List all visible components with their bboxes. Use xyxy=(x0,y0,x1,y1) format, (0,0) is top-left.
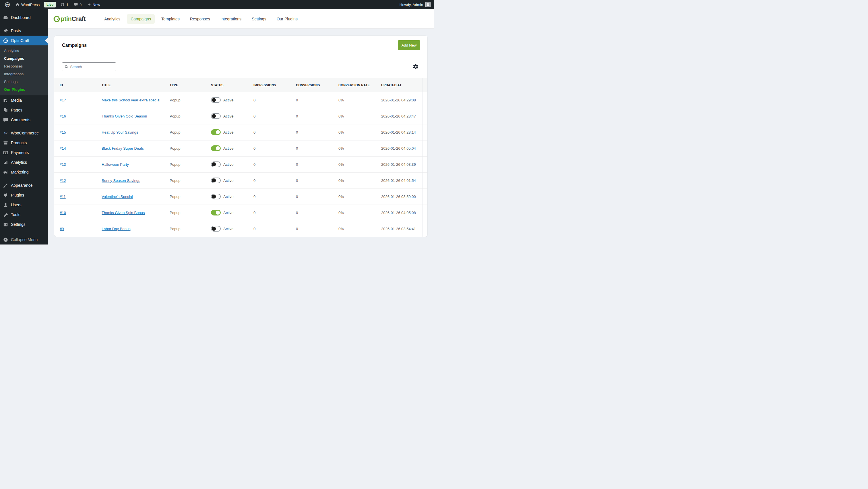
add-new-button[interactable]: Add New xyxy=(398,40,420,50)
sidebar-item-label: Pages xyxy=(11,108,22,112)
status-toggle[interactable] xyxy=(211,177,221,183)
sidebar-item-tools[interactable]: Tools xyxy=(0,210,48,220)
sidebar-item-marketing[interactable]: Marketing xyxy=(0,167,48,177)
appearance-icon xyxy=(3,183,8,188)
campaign-title-link[interactable]: Valentine's Special xyxy=(102,195,133,199)
tab-responses[interactable]: Responses xyxy=(186,14,214,24)
tab-settings[interactable]: Settings xyxy=(248,14,270,24)
sidebar-subitem-analytics[interactable]: Analytics xyxy=(0,47,48,55)
sidebar-item-label: Plugins xyxy=(11,193,24,197)
sidebar-item-label: Settings xyxy=(11,222,26,227)
avatar-person-icon xyxy=(426,2,430,7)
table-row: #14Black Friday Super DealsPopupActive00… xyxy=(54,140,427,156)
sidebar-subitem-campaigns[interactable]: Campaigns xyxy=(0,55,48,62)
sidebar-item-settings[interactable]: Settings xyxy=(0,220,48,229)
sidebar-item-optincraft[interactable]: OptinCraft xyxy=(0,36,48,46)
status-toggle[interactable] xyxy=(211,194,221,199)
sidebar-item-posts[interactable]: Posts xyxy=(0,26,48,36)
svg-text:$: $ xyxy=(5,151,6,154)
updates-menu[interactable]: 1 xyxy=(58,0,71,9)
optincraft-logo: ptinCraft xyxy=(53,15,86,23)
status-cell: Active xyxy=(211,97,252,103)
admin-sidebar: DashboardPostsOptinCraftAnalyticsCampaig… xyxy=(0,9,48,244)
search-input[interactable] xyxy=(70,65,113,69)
sidebar-item-plugins[interactable]: Plugins xyxy=(0,190,48,200)
campaign-id-link[interactable]: #16 xyxy=(60,114,66,118)
impressions-value: 0 xyxy=(253,140,296,156)
campaign-id-link[interactable]: #11 xyxy=(60,195,66,199)
status-toggle[interactable] xyxy=(211,129,221,135)
table-row: #10Thanks Given Spin BonusPopupActive000… xyxy=(54,205,427,221)
column-header-impressions: IMPRESSIONS xyxy=(253,78,296,92)
search-icon xyxy=(65,65,68,69)
updated-at-value: 2026-01-26 04:03:39 xyxy=(381,156,423,172)
dashboard-icon xyxy=(3,15,8,20)
campaign-title-link[interactable]: Black Friday Super Deals xyxy=(102,146,144,150)
campaign-title-link[interactable]: Heat Up Your Savings xyxy=(102,130,138,135)
campaign-id-link[interactable]: #15 xyxy=(60,130,66,135)
sidebar-item-analytics[interactable]: Analytics xyxy=(0,157,48,167)
my-account-menu[interactable]: Howdy, Admin xyxy=(400,0,434,9)
sidebar-item-pages[interactable]: Pages xyxy=(0,105,48,115)
sidebar-item-products[interactable]: Products xyxy=(0,138,48,148)
sidebar-item-appearance[interactable]: Appearance xyxy=(0,180,48,190)
tab-integrations[interactable]: Integrations xyxy=(217,14,245,24)
sidebar-item-label: Payments xyxy=(11,150,29,155)
avatar xyxy=(425,2,431,7)
howdy-text: Howdy, Admin xyxy=(400,3,423,7)
table-header-row: IDTITLETYPESTATUSIMPRESSIONSCONVERSIONSC… xyxy=(54,78,427,92)
conversion-rate-value: 0% xyxy=(338,156,381,172)
status-toggle[interactable] xyxy=(211,210,221,215)
status-toggle[interactable] xyxy=(211,113,221,119)
campaign-title-link[interactable]: Sunny Season Savings xyxy=(102,178,140,183)
campaign-id-link[interactable]: #13 xyxy=(60,162,66,167)
comments-menu[interactable]: 0 xyxy=(71,0,84,9)
collapse-icon xyxy=(3,237,8,242)
tab-our-plugins[interactable]: Our Plugins xyxy=(273,14,301,24)
new-content-menu[interactable]: New xyxy=(84,0,103,9)
campaign-title-link[interactable]: Thanks Given Cold Season xyxy=(102,114,147,118)
campaign-id-link[interactable]: #9 xyxy=(60,227,64,231)
campaign-title-link[interactable]: Halloween Party xyxy=(102,162,129,167)
sidebar-item-payments[interactable]: $Payments xyxy=(0,148,48,157)
campaign-title-link[interactable]: Labor Day Bonus xyxy=(102,227,130,231)
sidebar-item-users[interactable]: Users xyxy=(0,200,48,210)
card-header: Campaigns Add New xyxy=(54,36,427,55)
impressions-value: 0 xyxy=(253,124,296,140)
conversion-rate-value: 0% xyxy=(338,172,381,189)
tab-templates[interactable]: Templates xyxy=(158,14,183,24)
sidebar-subitem-settings[interactable]: Settings xyxy=(0,78,48,86)
sidebar-subitem-our-plugins[interactable]: Our Plugins xyxy=(0,86,48,93)
sidebar-subitem-integrations[interactable]: Integrations xyxy=(0,70,48,78)
status-toggle[interactable] xyxy=(211,145,221,151)
campaign-title-link[interactable]: Thanks Given Spin Bonus xyxy=(102,210,145,215)
campaign-id-link[interactable]: #10 xyxy=(60,210,66,215)
campaign-id-link[interactable]: #17 xyxy=(60,98,66,102)
conversions-value: 0 xyxy=(296,92,338,108)
status-toggle[interactable] xyxy=(211,226,221,232)
sidebar-item-woocommerce[interactable]: WWooCommerce xyxy=(0,128,48,138)
wordpress-logo-icon[interactable]: W xyxy=(2,0,12,9)
conversions-value: 0 xyxy=(296,189,338,205)
wordpress-logo-icon: W xyxy=(5,2,10,7)
site-menu[interactable]: WordPress xyxy=(12,0,42,9)
status-toggle[interactable] xyxy=(211,162,221,167)
table-settings-button[interactable] xyxy=(412,63,419,70)
campaign-id-link[interactable]: #14 xyxy=(60,146,66,150)
sidebar-item-media[interactable]: Media xyxy=(0,95,48,105)
tab-analytics[interactable]: Analytics xyxy=(100,14,124,24)
collapse-menu-wrap: Collapse Menu xyxy=(0,235,48,244)
sidebar-item-collapse-menu[interactable]: Collapse Menu xyxy=(0,235,48,244)
campaign-title-link[interactable]: Make this School year extra special xyxy=(102,98,160,102)
campaign-id-link[interactable]: #12 xyxy=(60,178,66,183)
sidebar-subitem-responses[interactable]: Responses xyxy=(0,62,48,70)
tab-campaigns[interactable]: Campaigns xyxy=(127,14,155,24)
campaign-type: Popup xyxy=(169,172,211,189)
sidebar-item-dashboard[interactable]: Dashboard xyxy=(0,12,48,22)
status-label: Active xyxy=(223,162,234,167)
sidebar-item-comments[interactable]: Comments xyxy=(0,115,48,125)
conversion-rate-value: 0% xyxy=(338,205,381,221)
plugin-nav-tabs: AnalyticsCampaignsTemplatesResponsesInte… xyxy=(100,14,301,24)
status-toggle[interactable] xyxy=(211,97,221,103)
page-area: Campaigns Add New xyxy=(48,29,434,244)
